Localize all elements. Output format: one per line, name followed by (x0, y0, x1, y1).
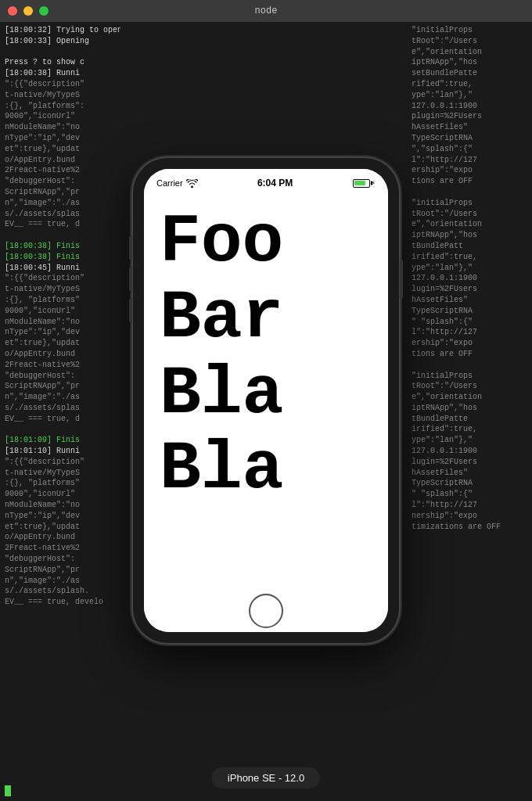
term-line: " "splash":{" (412, 489, 527, 500)
term-line: :{}, "platforms" (5, 295, 120, 306)
term-line: :{}, "platforms": (5, 101, 120, 112)
term-line: EV__ === true, develo (5, 597, 120, 608)
term-line: 127.0.0.1:1900 (412, 101, 527, 112)
term-line: ScriptRNApp","pr (5, 381, 120, 392)
close-button[interactable] (8, 6, 17, 16)
term-line: timizations are OFF (412, 522, 527, 533)
term-line: e","orientation (412, 392, 527, 403)
term-line: nType":"ip","dev (5, 511, 120, 522)
term-line: "debuggerHost": (5, 176, 120, 187)
term-line (5, 424, 120, 435)
term-line: plugin=%2FUsers (412, 111, 527, 122)
term-line: TypeScriptRNA (412, 478, 527, 489)
term-line: "initialProps (412, 25, 527, 36)
term-line: et":true},"updat (5, 522, 120, 533)
term-line: nership":"expo (412, 511, 527, 522)
term-line: ":{{"description" (5, 457, 120, 468)
term-line: tBundlePatte (412, 414, 527, 425)
term-line: nModuleName":"no (5, 317, 120, 328)
term-line: [18:00:45] Runni (5, 263, 120, 274)
term-line: ":{{"description" (5, 273, 120, 284)
battery-fill (354, 181, 365, 185)
term-line: l":"http://127 (412, 155, 527, 166)
term-line: ":{{"description" (5, 79, 120, 90)
term-line: 2Freact-native%2 (5, 543, 120, 554)
term-line: o/AppEntry.bund (5, 532, 120, 543)
minimize-button[interactable] (23, 6, 33, 16)
term-line: l":"http://127 (412, 500, 527, 511)
term-line: TypeScriptRNA (412, 306, 527, 317)
home-button-area (144, 589, 388, 632)
term-line: 127.0.0.1:1900 (412, 446, 527, 457)
carrier-indicator: Carrier (156, 178, 198, 188)
term-line: [18:00:38] Finis (5, 241, 120, 252)
term-line: [18:00:33] Opening (5, 36, 120, 47)
app-text-line-3: Bla (160, 357, 372, 433)
app-text-line-2: Bar (160, 281, 372, 357)
term-line: "debuggerHost": (5, 554, 120, 565)
term-line: iptRNApp","hos (412, 57, 527, 68)
term-line: ","splash":{" (412, 144, 527, 155)
term-line: s/./assets/splash. (5, 586, 120, 597)
term-line: o/AppEntry.bund (5, 349, 120, 360)
term-line: EV__ === true, d (5, 219, 120, 230)
term-line: [18:00:38] Runni (5, 68, 120, 79)
term-line: "debuggerHost": (5, 371, 120, 382)
term-line (5, 230, 120, 241)
term-line: tRoot":"/Users (412, 381, 527, 392)
term-line: "initialProps (412, 371, 527, 382)
term-line: [18:01:10] Runni (5, 446, 120, 457)
term-line: setBundlePatte (412, 68, 527, 79)
term-line: lugin=%2FUsers (412, 457, 527, 468)
term-line: s/./assets/splas (5, 403, 120, 414)
term-line: hAssetFiles" (412, 468, 527, 479)
term-line: tBundlePatt (412, 241, 527, 252)
title-bar: node (0, 0, 532, 22)
maximize-button[interactable] (39, 6, 49, 16)
term-line: ScriptRNApp","pr (5, 187, 120, 198)
term-line: iptRNApp","hos (412, 230, 527, 241)
term-line: [18:01:09] Finis (5, 435, 120, 446)
battery-icon (353, 179, 370, 188)
term-line: "initialProps (412, 198, 527, 209)
term-line: nType":"ip","dev (5, 133, 120, 144)
term-line: n","image":"./as (5, 576, 120, 587)
term-line: ership":"expo (412, 165, 527, 176)
term-line: s/./assets/splas (5, 209, 120, 220)
term-line: tRoot":"/Users (412, 36, 527, 47)
term-line: ype":"lan"}," (412, 90, 527, 101)
term-line: n","image":"./as (5, 392, 120, 403)
window-title: node (255, 5, 278, 16)
term-line: t-native/MyTypeS (5, 90, 120, 101)
term-line: rified":true, (412, 79, 527, 90)
iphone-device: Carrier 6:04 PM ⚡ Foo Bar Bla (133, 158, 399, 643)
term-line: lugin=%2FUsers (412, 284, 527, 295)
term-line: hAssetFiles" (412, 122, 527, 133)
iphone-screen: Carrier 6:04 PM ⚡ Foo Bar Bla (144, 169, 388, 632)
term-line: l":"http://127 (412, 327, 527, 338)
term-line: " "splash":{" (412, 317, 527, 328)
term-line: EV__ === true, d (5, 414, 120, 425)
app-text-line-1: Foo (160, 205, 372, 281)
cursor (5, 785, 11, 796)
term-line (412, 187, 527, 198)
term-line: :{}, "platforms" (5, 478, 120, 489)
home-button[interactable] (249, 594, 283, 628)
terminal-cursor-line (5, 785, 11, 796)
term-line: t-native/MyTypeS (5, 284, 120, 295)
term-line: nModuleName":"no (5, 500, 120, 511)
term-line: nModuleName":"no (5, 122, 120, 133)
term-line (412, 360, 527, 371)
term-line: o/AppEntry.bund (5, 155, 120, 166)
carrier-text: Carrier (156, 178, 183, 188)
term-line: irified":true, (412, 424, 527, 435)
term-line: nType":"ip","dev (5, 327, 120, 338)
term-line: tions are OFF (412, 176, 527, 187)
status-bar: Carrier 6:04 PM ⚡ (144, 169, 388, 197)
term-line: irified":true, (412, 252, 527, 263)
term-line: et":true},"updat (5, 338, 120, 349)
term-line (5, 47, 120, 58)
device-label: iPhone SE - 12.0 (212, 767, 320, 788)
term-line: iptRNApp","hos (412, 403, 527, 414)
term-line: ype":"lan"}," (412, 263, 527, 274)
